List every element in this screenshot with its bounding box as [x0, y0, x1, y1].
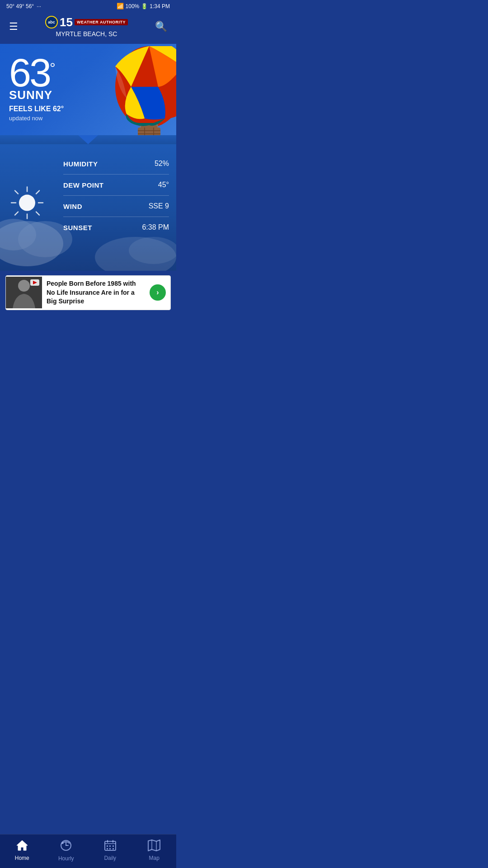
weather-details-section: HUMIDITY 52% DEW POINT 45° WIND SSE 9 SU… — [0, 144, 176, 271]
app-logo: abc 15 WEATHER AUTHORITY MYRTLE BEACH, S… — [45, 16, 128, 38]
status-dots: ··· — [37, 3, 41, 9]
dewpoint-row: DEW POINT 45° — [63, 175, 169, 196]
battery-text: 100% — [126, 3, 140, 9]
feels-like-label: FEELS LIKE — [9, 105, 51, 113]
status-temps: 50° 49° 56° — [6, 3, 34, 9]
svg-line-21 — [15, 212, 18, 215]
ad-banner[interactable]: People Born Before 1985 with No Life Ins… — [5, 275, 171, 310]
weather-condition: SUNNY — [9, 88, 167, 102]
bottom-spacer — [0, 315, 176, 351]
menu-button[interactable]: ☰ — [7, 19, 20, 34]
weather-main-card: 63° SUNNY FEELS LIKE 62° updated now — [0, 44, 176, 135]
feels-like-value: 62° — [53, 105, 64, 113]
humidity-label: HUMIDITY — [63, 160, 98, 168]
condition-section: SUNNY FEELS LIKE 62° updated now — [9, 88, 167, 122]
search-button[interactable]: 🔍 — [153, 19, 169, 34]
location-label: MYRTLE BEACH, SC — [56, 30, 117, 38]
status-bar: 50° 49° 56° ··· 📶 100% 🔋 1:34 PM — [0, 0, 176, 12]
pointer-triangle — [78, 135, 98, 144]
svg-line-18 — [15, 191, 18, 194]
sunset-label: SUNSET — [63, 224, 92, 231]
humidity-row: HUMIDITY 52% — [63, 153, 169, 175]
current-temperature: 63° — [9, 53, 167, 93]
wind-label: WIND — [63, 203, 82, 210]
ad-play-icon — [30, 279, 39, 286]
detail-rows-container: HUMIDITY 52% DEW POINT 45° WIND SSE 9 SU… — [63, 144, 176, 247]
battery-icon: 🔋 — [141, 3, 148, 9]
sunset-row: SUNSET 6:38 PM — [63, 217, 169, 238]
ad-thumbnail — [6, 277, 42, 308]
time-text: 1:34 PM — [150, 3, 170, 9]
sunset-value: 6:38 PM — [142, 223, 169, 231]
wind-value: SSE 9 — [149, 202, 169, 210]
ad-arrow-button[interactable]: › — [150, 284, 166, 301]
abc-logo: abc — [45, 16, 58, 28]
temperature-section: 63° — [9, 53, 167, 93]
svg-marker-25 — [33, 281, 37, 284]
ad-text: People Born Before 1985 with No Life Ins… — [42, 276, 150, 310]
dewpoint-label: DEW POINT — [63, 181, 104, 189]
svg-point-24 — [18, 280, 30, 292]
channel-number: 15 — [60, 16, 73, 28]
humidity-value: 52% — [155, 160, 169, 168]
svg-point-22 — [19, 195, 35, 211]
svg-line-19 — [36, 212, 39, 215]
sun-icon — [9, 185, 45, 223]
svg-line-20 — [36, 191, 39, 194]
wind-row: WIND SSE 9 — [63, 196, 169, 217]
dewpoint-value: 45° — [158, 181, 169, 189]
feels-like-row: FEELS LIKE 62° — [9, 105, 167, 113]
updated-timestamp: updated now — [9, 115, 167, 122]
weather-authority-label: WEATHER AUTHORITY — [75, 19, 128, 25]
app-header: ☰ abc 15 WEATHER AUTHORITY MYRTLE BEACH,… — [0, 12, 176, 44]
wifi-icon: 📶 — [117, 3, 124, 9]
